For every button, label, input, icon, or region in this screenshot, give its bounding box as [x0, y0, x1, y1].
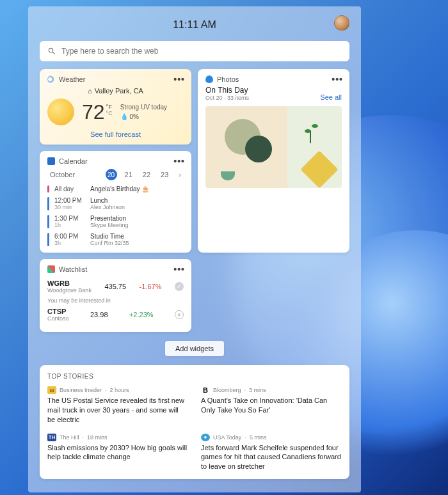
story-item[interactable]: ●USA Today · 5 mins Jets forward Mark Sc…: [201, 434, 342, 472]
weather-location: ⌂ Valley Park, CA: [47, 87, 184, 95]
check-icon[interactable]: ✓: [175, 282, 184, 291]
widgets-panel: 11:11 AM Type here to search the web Wea…: [28, 6, 361, 492]
unit-f[interactable]: °F: [106, 104, 113, 110]
search-input[interactable]: Type here to search the web: [40, 41, 349, 61]
search-placeholder: Type here to search the web: [61, 47, 158, 56]
see-forecast-link[interactable]: See full forecast: [47, 130, 184, 138]
calendar-date-today[interactable]: 20: [106, 169, 117, 180]
unit-c[interactable]: °C: [106, 110, 113, 116]
raindrop-icon: 💧: [120, 113, 128, 120]
source-badge: B: [201, 386, 210, 394]
story-headline: The US Postal Service revealed its first…: [47, 396, 188, 425]
story-item[interactable]: BBloomberg · 3 mins A Quant's Take on In…: [201, 386, 342, 425]
cloud-icon: [47, 75, 55, 83]
precip: 0%: [129, 113, 138, 120]
onedrive-icon: [205, 75, 213, 83]
photos-heading: On This Day: [205, 86, 249, 95]
calendar-next-button[interactable]: ›: [176, 169, 184, 180]
story-headline: Jets forward Mark Scheifele suspended fo…: [201, 443, 342, 472]
photos-widget[interactable]: Photos ••• On This Day Oct 20 · 33 items…: [198, 69, 349, 253]
source-badge: bi: [47, 386, 56, 394]
story-item[interactable]: THThe Hill · 18 mins Slash emissions by …: [47, 434, 188, 472]
calendar-date[interactable]: 22: [140, 169, 153, 180]
watchlist-note: You may be interested in: [47, 297, 184, 304]
calendar-widget[interactable]: Calendar ••• October 20 21 22 23 › All d…: [40, 151, 191, 253]
weather-title: Weather: [59, 75, 85, 83]
home-icon: ⌂: [88, 87, 92, 95]
source-badge: ●: [201, 434, 210, 441]
top-stories-widget: TOP STORIES biBusiness Insider · 2 hours…: [40, 365, 349, 479]
photo-thumbnail[interactable]: [205, 106, 342, 188]
sun-icon: [47, 98, 74, 125]
stories-heading: TOP STORIES: [47, 373, 342, 380]
uv-label: Strong UV today: [120, 104, 167, 111]
see-all-link[interactable]: See all: [320, 93, 342, 101]
photos-meta: Oct 20 · 33 items: [205, 95, 249, 101]
photos-more-button[interactable]: •••: [332, 74, 343, 84]
story-item[interactable]: biBusiness Insider · 2 hours The US Post…: [47, 386, 188, 425]
calendar-event[interactable]: 6:00 PM3h Studio TimeConf Rm 32/35: [47, 233, 184, 246]
calendar-event[interactable]: All day Angela's Birthday 🎂: [47, 185, 184, 192]
calendar-title: Calendar: [59, 157, 88, 165]
calendar-event[interactable]: 1:30 PM1h PresentationSkype Meeting: [47, 215, 184, 228]
watchlist-title: Watchlist: [59, 265, 87, 273]
temperature: 72: [82, 102, 105, 122]
calendar-icon: [47, 157, 55, 165]
chart-icon: [47, 265, 55, 273]
clock: 11:11 AM: [173, 19, 216, 31]
calendar-events: All day Angela's Birthday 🎂 12:00 PM30 m…: [47, 185, 184, 246]
stock-row[interactable]: CTSP Contoso 23.98 +2.23% +: [47, 308, 184, 322]
weather-widget[interactable]: Weather ••• ⌂ Valley Park, CA 72 °F °C S…: [40, 69, 191, 145]
watchlist-widget[interactable]: Watchlist ••• WGRB Woodgrove Bank 435.75…: [40, 259, 191, 332]
weather-more-button[interactable]: •••: [173, 74, 185, 84]
source-badge: TH: [47, 434, 56, 441]
story-headline: A Quant's Take on Innovation: 'Data Can …: [201, 396, 342, 415]
add-widgets-button[interactable]: Add widgets: [165, 341, 224, 356]
story-headline: Slash emissions by 2030? How big goals w…: [47, 443, 188, 462]
photos-title: Photos: [217, 75, 239, 83]
watchlist-more-button[interactable]: •••: [173, 264, 185, 274]
calendar-more-button[interactable]: •••: [173, 156, 185, 166]
calendar-event[interactable]: 12:00 PM30 min LunchAlex Johnson: [47, 197, 184, 210]
calendar-date[interactable]: 21: [122, 169, 135, 180]
user-avatar[interactable]: [334, 15, 349, 31]
calendar-date[interactable]: 23: [158, 169, 171, 180]
stock-row[interactable]: WGRB Woodgrove Bank 435.75 -1.67% ✓: [47, 279, 184, 294]
search-icon: [47, 47, 56, 56]
panel-topbar: 11:11 AM: [40, 15, 349, 35]
calendar-month[interactable]: October: [47, 169, 77, 180]
add-stock-button[interactable]: +: [175, 310, 184, 319]
